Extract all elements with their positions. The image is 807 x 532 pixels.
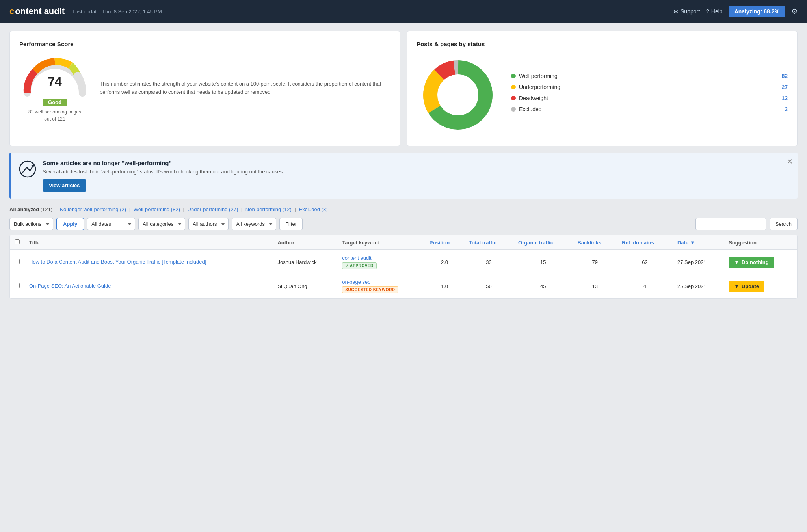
all-keywords-select[interactable]: All keywords <box>232 218 276 230</box>
dot-excluded <box>511 107 516 112</box>
row1-checkbox <box>10 250 24 274</box>
view-articles-button[interactable]: View articles <box>43 179 86 192</box>
settings-button[interactable]: ⚙ <box>791 7 798 16</box>
chevron-down-icon: ▼ <box>734 283 739 289</box>
alert-text: Some articles are no longer "well-perfor… <box>43 160 284 192</box>
th-organic-traffic[interactable]: Organic traffic <box>513 235 573 250</box>
row2-date: 25 Sep 2021 <box>673 274 724 298</box>
question-icon: ? <box>706 8 709 15</box>
row2-checkbox <box>10 274 24 298</box>
dot-underperforming <box>511 85 516 89</box>
posts-by-status-card: Posts & pages by status <box>407 31 798 146</box>
alert-close-button[interactable]: ✕ <box>787 157 793 166</box>
svg-point-6 <box>20 161 35 177</box>
row1-suggestion-label: Do nothing <box>742 259 769 265</box>
all-dates-select[interactable]: All dates Last 7 days Last 30 days Last … <box>87 218 135 230</box>
dot-well-performing <box>511 74 516 78</box>
search-input[interactable] <box>695 218 766 230</box>
row2-keyword: on-page seo SUGGESTED KEYWORD <box>337 274 425 298</box>
row2-title-link[interactable]: On-Page SEO: An Actionable Guide <box>29 283 111 289</box>
label-excluded: Excluded <box>519 106 542 112</box>
alert-icon <box>19 160 36 181</box>
svg-line-9 <box>30 166 33 171</box>
help-label: Help <box>711 8 723 15</box>
tab-no-longer-well[interactable]: No longer well-performing (2) <box>60 206 126 212</box>
trend-icon <box>19 160 36 178</box>
row2-keyword-link[interactable]: on-page seo <box>342 279 370 285</box>
bulk-actions-select[interactable]: Bulk actions Delete Export <box>9 218 53 230</box>
row1-check[interactable] <box>15 259 20 264</box>
table-row: On-Page SEO: An Actionable Guide Si Quan… <box>10 274 797 298</box>
label-underperforming: Underperforming <box>519 84 560 90</box>
label-deadweight: Deadweight <box>519 95 548 101</box>
envelope-icon: ✉ <box>674 8 679 15</box>
table-row: How to Do a Content Audit and Boost Your… <box>10 250 797 274</box>
apply-button[interactable]: Apply <box>56 218 84 230</box>
row1-keyword: content audit ✓ APPROVED <box>337 250 425 274</box>
header-left: content audit Last update: Thu, 8 Sep 20… <box>9 6 162 17</box>
support-label: Support <box>681 8 700 15</box>
row2-check[interactable] <box>15 283 20 288</box>
performance-score-card: Performance Score <box>9 31 400 146</box>
gauge-number-svg: 74 <box>48 74 62 89</box>
performance-description: This number estimates the strength of yo… <box>100 80 390 97</box>
tab-well-performing[interactable]: Well-performing (82) <box>134 206 180 212</box>
tab-excluded[interactable]: Excluded (3) <box>299 206 328 212</box>
th-ref-domains[interactable]: Ref. domains <box>617 235 673 250</box>
th-suggestion: Suggestion <box>724 235 797 250</box>
posts-body: Well performing 82 Underperforming 27 <box>417 54 788 136</box>
row2-suggestion-button[interactable]: ▼ Update <box>729 281 764 292</box>
analyzing-button[interactable]: Analyzing: 68.2% <box>729 6 785 17</box>
row2-organic-traffic: 45 <box>513 274 573 298</box>
th-total-traffic[interactable]: Total traffic <box>464 235 513 250</box>
row2-position: 1.0 <box>425 274 464 298</box>
row1-organic-traffic: 15 <box>513 250 573 274</box>
top-cards: Performance Score <box>9 31 798 146</box>
th-position[interactable]: Position <box>425 235 464 250</box>
toolbar: Bulk actions Delete Export Apply All dat… <box>9 218 798 230</box>
help-link[interactable]: ? Help <box>706 8 723 15</box>
donut-chart <box>417 54 499 136</box>
gauge-badge: Good <box>43 99 67 106</box>
tab-under-performing[interactable]: Under-performing (27) <box>188 206 238 212</box>
legend-well-performing[interactable]: Well performing 82 <box>511 73 788 79</box>
all-authors-select[interactable]: All authors <box>188 218 229 230</box>
logo-c: c <box>9 6 14 17</box>
table-header-row: Title Author Target keyword Position Tot… <box>10 235 797 250</box>
logo-rest: ontent audit <box>15 6 65 17</box>
row1-keyword-badge: ✓ APPROVED <box>342 262 377 269</box>
filter-button[interactable]: Filter <box>279 218 303 230</box>
donut-legend: Well performing 82 Underperforming 27 <box>511 73 788 117</box>
row1-position: 2.0 <box>425 250 464 274</box>
search-button[interactable]: Search <box>770 218 798 230</box>
count-deadweight: 12 <box>781 95 788 101</box>
legend-excluded[interactable]: Excluded 3 <box>511 106 788 112</box>
th-checkbox <box>10 235 24 250</box>
row2-author: Si Quan Ong <box>273 274 337 298</box>
th-date[interactable]: Date ▼ <box>673 235 724 250</box>
row1-title-link[interactable]: How to Do a Content Audit and Boost Your… <box>29 259 206 265</box>
posts-by-status-title: Posts & pages by status <box>417 41 788 47</box>
row1-keyword-link[interactable]: content audit <box>342 255 371 261</box>
row1-date: 27 Sep 2021 <box>673 250 724 274</box>
all-categories-select[interactable]: All categories <box>138 218 185 230</box>
label-well-performing: Well performing <box>519 73 558 79</box>
header-right: ✉ Support ? Help Analyzing: 68.2% ⚙ <box>674 6 798 17</box>
select-all-checkbox[interactable] <box>15 239 20 244</box>
row2-backlinks: 13 <box>573 274 617 298</box>
support-link[interactable]: ✉ Support <box>674 8 700 15</box>
tab-non-performing[interactable]: Non-performing (12) <box>245 206 292 212</box>
th-title: Title <box>24 235 273 250</box>
performance-score-title: Performance Score <box>19 41 390 47</box>
svg-line-8 <box>27 167 30 171</box>
legend-deadweight[interactable]: Deadweight 12 <box>511 95 788 101</box>
logo: content audit <box>9 6 65 17</box>
svg-point-5 <box>438 75 478 115</box>
row1-total-traffic: 33 <box>464 250 513 274</box>
filter-tabs: All analyzed (121) | No longer well-perf… <box>9 206 798 212</box>
row1-suggestion-button[interactable]: ▼ Do nothing <box>729 257 774 268</box>
th-keyword: Target keyword <box>337 235 425 250</box>
tab-all-analyzed[interactable]: All analyzed <box>9 206 39 212</box>
legend-underperforming[interactable]: Underperforming 27 <box>511 84 788 90</box>
th-backlinks[interactable]: Backlinks <box>573 235 617 250</box>
